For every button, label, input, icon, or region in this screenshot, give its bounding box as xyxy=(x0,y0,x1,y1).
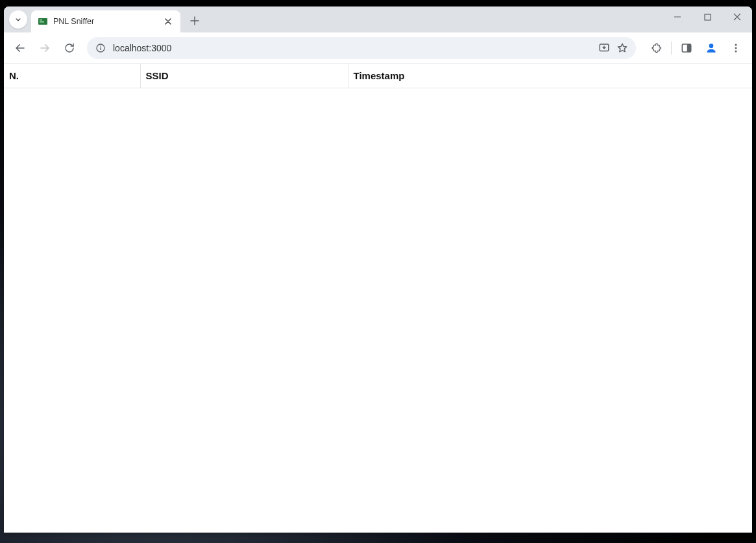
info-icon xyxy=(95,43,106,53)
table-header-row: N. SSID Timestamp xyxy=(4,64,752,88)
close-window-button[interactable] xyxy=(722,6,752,27)
svg-point-6 xyxy=(100,45,101,47)
install-app-button[interactable] xyxy=(598,42,610,54)
search-tabs-button[interactable] xyxy=(9,10,27,29)
extensions-button[interactable] xyxy=(645,37,667,59)
svg-point-13 xyxy=(735,50,737,52)
url-input[interactable] xyxy=(113,37,592,59)
window-controls xyxy=(663,6,752,32)
svg-point-12 xyxy=(735,47,737,49)
plus-icon xyxy=(190,16,199,25)
tab-strip: PNL Sniffer xyxy=(4,6,752,32)
svg-rect-5 xyxy=(100,47,101,50)
site-info-button[interactable] xyxy=(95,42,106,54)
close-icon xyxy=(733,13,741,21)
arrow-left-icon xyxy=(14,42,26,54)
column-header-timestamp: Timestamp xyxy=(348,64,752,88)
side-panel-icon xyxy=(681,42,692,54)
browser-window: PNL Sniffer xyxy=(4,6,752,533)
reload-button[interactable] xyxy=(58,37,80,59)
forward-button[interactable] xyxy=(34,37,56,59)
back-button[interactable] xyxy=(9,37,31,59)
close-icon xyxy=(165,18,171,25)
svg-point-10 xyxy=(709,44,714,48)
page-content: N. SSID Timestamp xyxy=(4,64,752,533)
svg-rect-3 xyxy=(705,14,711,20)
kebab-menu-icon xyxy=(731,43,741,53)
minimize-button[interactable] xyxy=(663,6,692,27)
side-panel-button[interactable] xyxy=(676,37,698,59)
install-icon xyxy=(598,42,610,54)
menu-button[interactable] xyxy=(725,37,747,59)
maximize-button[interactable] xyxy=(692,6,722,27)
svg-rect-9 xyxy=(687,44,691,52)
column-header-ssid: SSID xyxy=(140,64,348,88)
favicon-icon xyxy=(38,16,48,27)
avatar-icon xyxy=(703,40,719,56)
column-header-number: N. xyxy=(4,64,140,88)
results-table: N. SSID Timestamp xyxy=(4,64,752,88)
profile-button[interactable] xyxy=(700,37,722,59)
bookmark-button[interactable] xyxy=(616,42,628,54)
new-tab-button[interactable] xyxy=(186,12,204,30)
chevron-down-icon xyxy=(14,15,23,24)
tab-active[interactable]: PNL Sniffer xyxy=(31,10,180,32)
toolbar-right xyxy=(642,37,747,59)
tab-close-button[interactable] xyxy=(162,16,174,27)
svg-point-11 xyxy=(735,44,737,45)
puzzle-icon xyxy=(650,42,662,54)
arrow-right-icon xyxy=(39,42,51,54)
svg-rect-1 xyxy=(40,19,42,21)
address-bar[interactable] xyxy=(87,37,636,59)
star-icon xyxy=(616,42,628,54)
svg-rect-2 xyxy=(40,21,44,23)
reload-icon xyxy=(64,42,75,54)
toolbar xyxy=(4,32,752,64)
minimize-icon xyxy=(674,13,681,21)
tab-title: PNL Sniffer xyxy=(53,17,94,26)
separator xyxy=(671,42,672,55)
maximize-icon xyxy=(704,14,711,21)
